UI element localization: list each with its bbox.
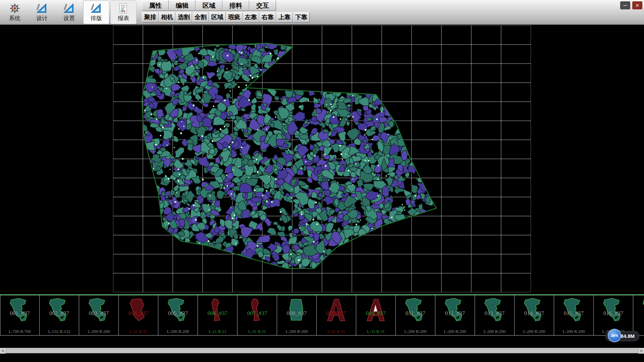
piece-thumbnail[interactable]: 011_#37L:200 R:200 [396, 295, 435, 336]
piece-name: 016_#37 [594, 310, 633, 317]
tool-button-row: 聚排相机选割全割区域瑕疵左靠右靠上靠下靠 [142, 12, 310, 22]
piece-lr-count: L:200 R:200 [435, 329, 475, 334]
piece-name: 002_#37 [40, 310, 79, 317]
piece-name: 009_#37 [317, 310, 356, 317]
main-toolbar: 系统设计设置排版报表 属性编辑区域排料交互 聚排相机选割全割区域瑕疵左靠右靠上靠… [0, 0, 644, 25]
piece-thumbnail[interactable]: 001_#37L:700 R:700 [0, 295, 40, 336]
piece-lr-count: L:200 R:200 [554, 329, 593, 334]
close-button[interactable]: × [632, 1, 642, 9]
menu-tab[interactable]: 属性 [142, 0, 169, 11]
menu-tab[interactable]: 交互 [249, 0, 276, 11]
tool-button[interactable]: 选割 [175, 12, 192, 22]
piece-lr-count: L:31 R:31 [237, 329, 277, 334]
piece-name: 008_#37 [277, 310, 316, 317]
nav-report-button[interactable]: 报表 [111, 1, 136, 24]
piece-thumbnail[interactable]: 012_#37L:200 R:200 [435, 295, 475, 336]
piece-lr-count: L:200 R:200 [515, 329, 554, 334]
progress-indicator: 38% [608, 329, 621, 342]
piece-thumbnail[interactable]: 014_#37L:200 R:200 [515, 295, 554, 336]
gear-icon [9, 3, 20, 14]
piece-thumbnail[interactable]: 013_#37L:200 R:200 [475, 295, 515, 336]
piece-name: 004_#37 [119, 310, 158, 317]
scroll-left-button[interactable]: < [0, 348, 6, 354]
piece-lr-count: L:21 R:21 [198, 329, 237, 334]
piece-thumbnail[interactable]: 006_#37L:21 R:21 [198, 295, 237, 336]
menu-tab[interactable]: 排料 [222, 0, 249, 11]
piece-lr-count: L:700 R:700 [0, 329, 39, 334]
piece-name: 015_#37 [554, 310, 593, 317]
canvas-area[interactable] [0, 25, 644, 294]
piece-shape [640, 296, 644, 324]
tool-button[interactable]: 瑕疵 [226, 12, 243, 22]
minimize-button[interactable]: ─ [620, 1, 630, 9]
piece-lr-count: L:200 R:200 [79, 329, 118, 334]
nav-label: 设计 [36, 14, 48, 22]
piece-lr-count: L:132 R:132 [40, 329, 79, 334]
window-controls: ─ × [620, 1, 642, 9]
application-window: 系统设计设置排版报表 属性编辑区域排料交互 聚排相机选割全割区域瑕疵左靠右靠上靠… [0, 0, 644, 362]
piece-lr-count: L:31 R:31 [119, 329, 158, 334]
tool-button[interactable]: 聚排 [142, 12, 159, 22]
ruler-pen-icon [91, 3, 102, 14]
nav-system-button[interactable]: 系统 [2, 1, 28, 24]
nav-design-button[interactable]: 设计 [29, 1, 55, 24]
tool-button[interactable]: 右靠 [259, 12, 276, 22]
piece-name: 006_#37 [198, 310, 237, 317]
report-icon [118, 3, 129, 14]
hide-pieces [141, 38, 436, 273]
menu-tab[interactable]: 区域 [196, 0, 222, 11]
nav-setup-button[interactable]: 设置 [56, 1, 82, 24]
scroll-right-button[interactable]: > [638, 348, 644, 354]
piece-name: 010_#37 [356, 310, 395, 317]
piece-name: 001_#37 [0, 310, 39, 317]
ruler-pen-icon [63, 3, 75, 14]
app-nav: 系统设计设置排版报表 [2, 1, 136, 24]
piece-thumbnail[interactable]: 002_#37L:132 R:132 [40, 295, 79, 336]
piece-thumbnail[interactable]: 009_#37L:32 R:31 [317, 295, 356, 336]
nav-label: 设置 [63, 14, 75, 22]
piece-name: 013_#37 [475, 310, 514, 317]
piece-thumbnail[interactable]: 007_#37L:31 R:31 [237, 295, 277, 336]
piece-thumbnail[interactable]: 004_#37L:31 R:31 [119, 295, 158, 336]
piece-lr-count: L:200 R:200 [277, 329, 316, 334]
piece-thumbnail[interactable]: 005_#37L:200 R:200 [158, 295, 198, 336]
piece-name: 012_#37 [435, 310, 475, 317]
piece-name: 011_#37 [396, 310, 435, 317]
piece-lr-count: L:200 R:200 [475, 329, 514, 334]
piece-lr-count: L:32 R:31 [317, 329, 356, 334]
piece-thumbnail[interactable]: 008_#37L:200 R:200 [277, 295, 317, 336]
tool-button[interactable]: 相机 [159, 12, 175, 22]
piece-thumbnail[interactable] [633, 295, 644, 336]
piece-lr-count: L:200 R:200 [158, 329, 198, 334]
piece-lr-count: L:200 R:200 [396, 329, 435, 334]
nav-nesting-button[interactable]: 排版 [84, 1, 109, 24]
nesting-canvas[interactable] [113, 25, 531, 292]
piece-lr-count: L:33 R:31 [356, 329, 395, 334]
scrollbar-thumb[interactable] [6, 349, 638, 353]
tool-button[interactable]: 全割 [192, 12, 209, 22]
piece-name: 014_#37 [515, 310, 554, 317]
ruler-pen-icon [36, 3, 48, 14]
menu-tab[interactable]: 编辑 [169, 0, 196, 11]
nav-label: 系统 [9, 14, 20, 22]
piece-thumbnail[interactable]: 015_#37L:200 R:200 [554, 295, 594, 336]
piece-name: 005_#37 [158, 310, 198, 317]
tool-button[interactable]: 下靠 [293, 12, 310, 22]
piece-thumbnail[interactable]: 010_#37L:33 R:31 [356, 295, 396, 336]
nav-label: 报表 [118, 14, 129, 22]
tool-button[interactable]: 区域 [209, 12, 226, 22]
nav-label: 排版 [91, 14, 102, 22]
tool-button[interactable]: 左靠 [243, 12, 259, 22]
piece-strip: 001_#37L:700 R:700002_#37L:132 R:132003_… [0, 294, 644, 336]
menu-tab-row: 属性编辑区域排料交互 [142, 0, 310, 11]
tool-button[interactable]: 上靠 [276, 12, 293, 22]
nest-grid[interactable] [113, 25, 531, 292]
piece-thumbnail[interactable]: 003_#37L:200 R:200 [79, 295, 119, 336]
menu-area: 属性编辑区域排料交互 聚排相机选割全割区域瑕疵左靠右靠上靠下靠 [142, 0, 310, 22]
piece-name: 007_#37 [237, 310, 277, 317]
horizontal-scrollbar[interactable]: < > [0, 348, 644, 353]
piece-name: 003_#37 [79, 310, 118, 317]
